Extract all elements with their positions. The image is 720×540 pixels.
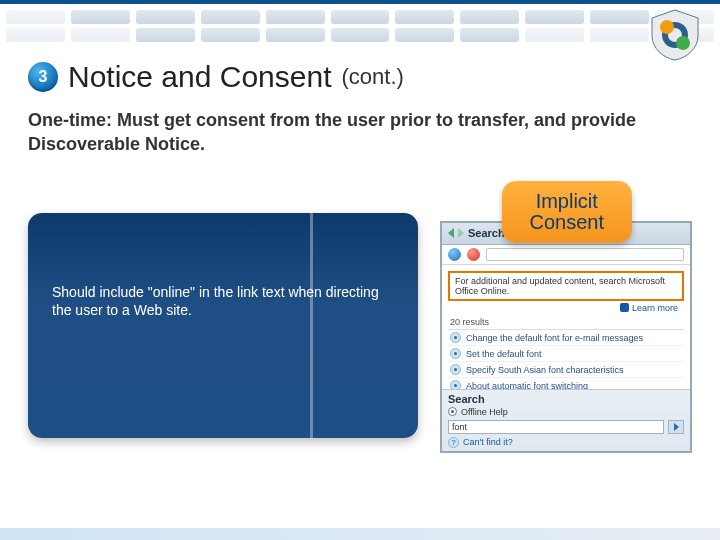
result-count: 20 results: [450, 317, 682, 327]
help-pane-screenshot: Search Results For additional and update…: [440, 221, 692, 453]
stop-icon: [467, 248, 480, 261]
online-notice-text: For additional and updated content, sear…: [455, 276, 665, 296]
help-topic-icon: [450, 364, 461, 375]
help-topic-icon: [450, 348, 461, 359]
cant-find-link: ? Can't find it?: [448, 437, 684, 448]
question-icon: ?: [448, 437, 459, 448]
implicit-consent-badge: Implicit Consent: [502, 181, 633, 243]
search-go-icon: [668, 420, 684, 434]
slide-title: Notice and Consent: [68, 60, 332, 94]
step-badge: 3: [28, 62, 58, 92]
learn-more-link: Learn more: [620, 303, 678, 313]
help-topic-icon: [450, 332, 461, 343]
footer-stripe: [0, 528, 720, 540]
forward-icon: [458, 228, 464, 238]
guidance-panel: Should include "online" in the link text…: [28, 213, 418, 438]
decorative-top-bar: [0, 0, 720, 44]
radio-label: Offline Help: [461, 407, 508, 417]
home-icon: [448, 248, 461, 261]
search-scope-radio: Offline Help: [448, 407, 684, 417]
slide-subtitle: One-time: Must get consent from the user…: [28, 108, 668, 157]
search-footer-label: Search: [448, 393, 684, 405]
result-item: Change the default font for e-mail messa…: [448, 330, 684, 346]
badge-line1: Implicit: [530, 191, 605, 212]
badge-line2: Consent: [530, 212, 605, 233]
result-item: Specify South Asian font characteristics: [448, 362, 684, 378]
guidance-text: Should include "online" in the link text…: [52, 283, 394, 321]
online-notice-callout: For additional and updated content, sear…: [448, 271, 684, 302]
toolbar-search-box: [486, 248, 684, 261]
search-input: font: [448, 420, 664, 434]
result-list: Change the default font for e-mail messa…: [448, 329, 684, 394]
radio-icon: [448, 407, 457, 416]
slide-title-suffix: (cont.): [342, 64, 404, 90]
slide-title-row: 3 Notice and Consent (cont.): [28, 60, 692, 94]
back-icon: [448, 228, 454, 238]
result-item: Set the default font: [448, 346, 684, 362]
